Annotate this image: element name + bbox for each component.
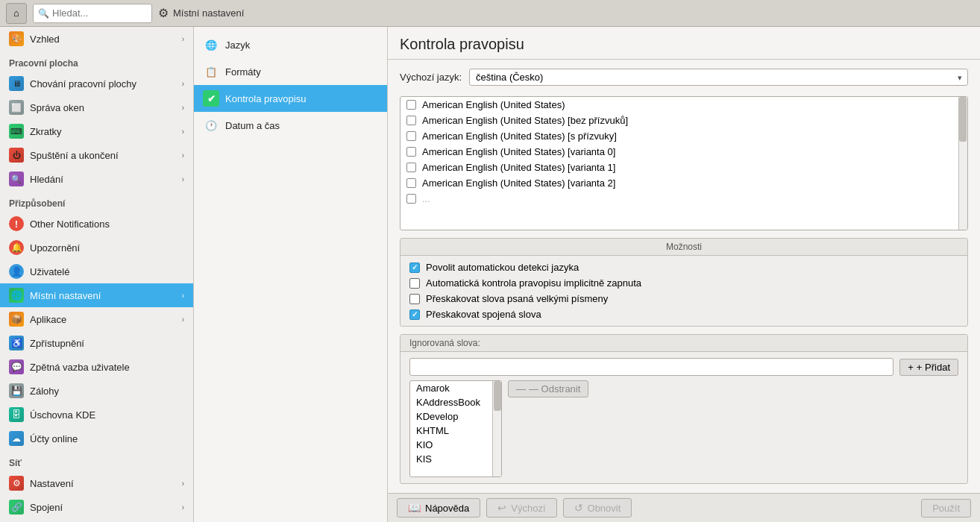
sidebar-item-zkratky[interactable]: ⌨ Zkratky › — [0, 119, 193, 143]
lang-checkbox-ae-us[interactable] — [406, 100, 416, 110]
sidebar-item-ucty[interactable]: ☁ Účty online — [0, 427, 193, 450]
lang-checkbox-ae-us-v2[interactable] — [406, 178, 416, 188]
sidebar-item-mistni[interactable]: 🌐 Místní nastavení › — [0, 283, 193, 307]
ignored-word-kaddressbook[interactable]: KAddressBook — [410, 395, 486, 409]
datum-icon: 🕐 — [203, 117, 219, 133]
ignored-word-kis[interactable]: KIS — [410, 452, 486, 466]
option-label-auto-check: Automatická kontrola pravopisu implicitn… — [426, 277, 641, 289]
sidebar-label-sprava: Správa oken — [30, 102, 176, 113]
center-item-kontrola[interactable]: ✔ Kontrola pravopisu — [194, 85, 387, 112]
sidebar-item-upozorneni[interactable]: 🔔 Upozornění — [0, 236, 193, 260]
sidebar-label-other-notif: Other Notifications — [30, 218, 184, 230]
lang-scrollbar-thumb[interactable] — [959, 97, 967, 142]
home-button[interactable]: ⌂ — [6, 3, 27, 24]
sidebar-item-uzivatele[interactable]: 👤 Uživatelé — [0, 260, 193, 283]
lang-item-ae-us[interactable]: American English (United States) — [401, 97, 967, 113]
lang-item-ae-us-s[interactable]: American English (United States) [s příz… — [401, 128, 967, 144]
top-bar-title: ⚙ Místní nastavení — [158, 6, 244, 20]
page-title: Kontrola pravopisu — [388, 27, 980, 60]
default-lang-row: Výchozí jazyk: čeština (Česko) ▾ — [400, 69, 968, 86]
sidebar-item-spousteni[interactable]: ⏻ Spuštění a ukončení › — [0, 143, 193, 167]
option-checkbox-skip-caps[interactable] — [409, 294, 420, 304]
formaty-icon: 📋 — [203, 63, 219, 80]
hledani-icon: 🔍 — [9, 172, 24, 186]
ignored-word-khtml[interactable]: KHTML — [410, 424, 486, 438]
lang-item-ae-us-bez[interactable]: American English (United States) [bez př… — [401, 113, 967, 128]
search-icon: 🔍 — [38, 8, 49, 19]
options-section: Možnosti Povolit automatickou detekci ja… — [400, 238, 968, 327]
chevron-icon-chovani: › — [182, 80, 184, 88]
add-label: + Přidat — [917, 362, 950, 373]
lang-checkbox-ae-us-s[interactable] — [406, 131, 416, 141]
ignored-word-kdevelop[interactable]: KDevelop — [410, 409, 486, 424]
option-label-skip-compound: Přeskakovat spojená slova — [426, 309, 541, 320]
lang-checkbox-ae-us-v0[interactable] — [406, 147, 416, 157]
gear-icon: ⚙ — [158, 6, 169, 20]
vychozi-icon: ↩ — [497, 502, 506, 514]
search-input[interactable] — [52, 7, 147, 19]
option-skip-caps[interactable]: Přeskakovat slova psaná velkými písmeny — [409, 293, 958, 304]
lang-item-ae-us-v0[interactable]: American English (United States) [varian… — [401, 144, 967, 160]
option-checkbox-skip-compound[interactable] — [409, 309, 420, 320]
chevron-icon-vzhled: › — [182, 35, 184, 43]
ignored-words-list: Amarok KAddressBook KDevelop KHTML KIO K… — [409, 380, 502, 477]
ignored-add-button[interactable]: + + Přidat — [899, 359, 958, 376]
napoveda-icon: 📖 — [408, 502, 421, 514]
lang-item-ae-us-v2[interactable]: American English (United States) [varian… — [401, 175, 967, 191]
center-label-jazyk: Jazyk — [225, 40, 250, 51]
lang-checkbox-ae-us-bez[interactable] — [406, 116, 416, 125]
lang-item-more[interactable]: ... — [401, 191, 967, 207]
sidebar-item-vzhled[interactable]: 🎨 Vzhled › — [0, 27, 193, 51]
option-auto-check[interactable]: Automatická kontrola pravopisu implicitn… — [409, 277, 958, 289]
center-item-formaty[interactable]: 📋 Formáty — [194, 58, 387, 85]
obnovit-label: Obnovit — [588, 503, 621, 514]
ignored-word-kio[interactable]: KIO — [410, 438, 486, 452]
option-checkbox-auto-detect[interactable] — [409, 262, 420, 273]
right-panel-content: Výchozí jazyk: čeština (Česko) ▾ America… — [388, 60, 980, 493]
sidebar-item-chovani[interactable]: 🖥 Chování pracovní plochy › — [0, 72, 193, 95]
lang-checkbox-more[interactable] — [406, 194, 416, 204]
zalohy-icon: 💾 — [9, 383, 24, 398]
default-lang-select-wrapper[interactable]: čeština (Česko) ▾ — [469, 69, 968, 86]
ignored-scrollbar-thumb[interactable] — [494, 381, 501, 411]
search-box[interactable]: 🔍 — [33, 4, 152, 23]
option-checkbox-auto-check[interactable] — [409, 278, 420, 289]
spousteni-icon: ⏻ — [9, 148, 24, 163]
ignored-scrollbar[interactable] — [492, 381, 501, 477]
ignored-input-row: + + Přidat — [409, 358, 958, 376]
lang-scrollbar-track[interactable] — [958, 97, 967, 230]
sidebar-item-zpetna[interactable]: 💬 Zpětná vazba uživatele — [0, 355, 193, 379]
lang-item-ae-us-v1[interactable]: American English (United States) [varian… — [401, 160, 967, 175]
ignored-remove-button[interactable]: — — Odstranit — [508, 380, 588, 397]
sidebar-item-hledani[interactable]: 🔍 Hledání › — [0, 167, 193, 191]
nastav-icon: ⚙ — [9, 476, 24, 491]
sidebar-label-zkratky: Zkratky — [30, 126, 176, 137]
sidebar-item-aplikace[interactable]: 📦 Aplikace › — [0, 307, 193, 331]
mistni-icon: 🌐 — [9, 288, 24, 303]
obnovit-button[interactable]: ↺ Obnovit — [563, 498, 632, 518]
vychozi-button[interactable]: ↩ Výchozí — [486, 498, 556, 518]
sidebar-item-nastav[interactable]: ⚙ Nastavení › — [0, 471, 193, 495]
napoveda-button[interactable]: 📖 Nápověda — [397, 498, 480, 518]
remove-icon: — — [516, 383, 526, 394]
ignored-word-input[interactable] — [409, 358, 893, 376]
zkratky-icon: ⌨ — [9, 124, 24, 139]
default-lang-select[interactable]: čeština (Česko) — [469, 69, 968, 86]
sidebar-item-zalohy[interactable]: 💾 Zálohy — [0, 379, 193, 403]
option-auto-detect[interactable]: Povolit automatickou detekci jazyka — [409, 262, 958, 273]
ignored-word-amarok[interactable]: Amarok — [410, 381, 486, 395]
center-item-jazyk[interactable]: 🌐 Jazyk — [194, 31, 387, 58]
sidebar-item-zpristupneni[interactable]: ♿ Zpřístupnění — [0, 331, 193, 355]
sidebar-label-uschovna: Úschovna KDE — [30, 409, 184, 421]
option-skip-compound[interactable]: Přeskakovat spojená slova — [409, 309, 958, 320]
sidebar-item-uschovna[interactable]: 🗄 Úschovna KDE — [0, 403, 193, 427]
lang-checkbox-ae-us-v1[interactable] — [406, 163, 416, 172]
pouzit-button[interactable]: Použít — [921, 499, 971, 518]
sidebar-label-mistni: Místní nastavení — [30, 290, 176, 301]
sidebar-label-upozorneni: Upozornění — [30, 242, 184, 254]
sidebar-item-other-notif[interactable]: ! Other Notifications — [0, 212, 193, 236]
center-item-datum[interactable]: 🕐 Datum a čas — [194, 112, 387, 139]
sidebar-item-sprava[interactable]: ⬜ Správa oken › — [0, 95, 193, 119]
center-panel: 🌐 Jazyk 📋 Formáty ✔ Kontrola pravopisu 🕐… — [194, 27, 388, 522]
sidebar-item-spojeni[interactable]: 🔗 Spojení › — [0, 495, 193, 519]
